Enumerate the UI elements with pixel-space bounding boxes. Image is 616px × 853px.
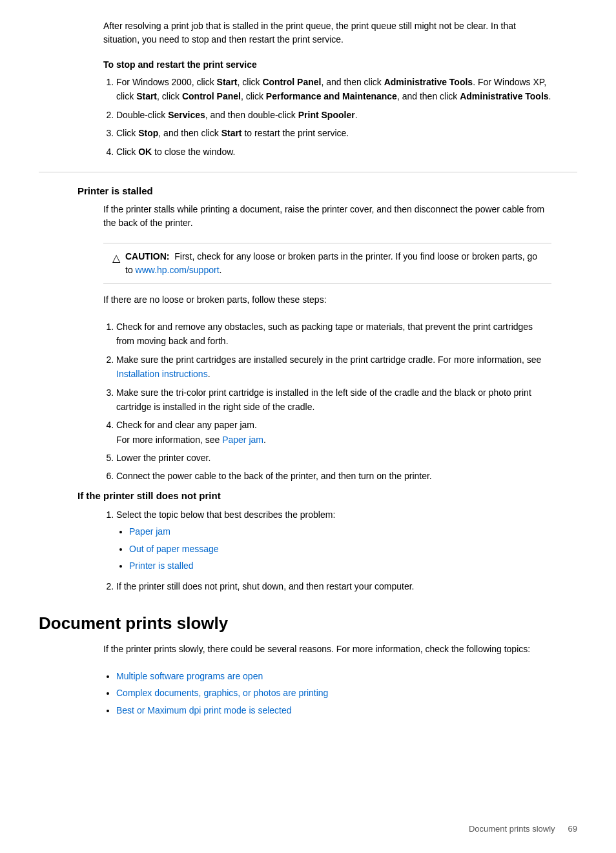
document-prints-slowly-intro: If the printer prints slowly, there coul…: [103, 642, 551, 656]
slow-link-item-1: Multiple software programs are open: [116, 669, 551, 683]
if-printer-does-not-print-title: If the printer still does not print: [77, 490, 551, 501]
paper-jam-link-1[interactable]: Paper jam: [222, 435, 263, 445]
caution-period: .: [220, 265, 222, 275]
slow-link-item-2: Complex documents, graphics, or photos a…: [116, 686, 551, 700]
printer-stalled-title: Printer is stalled: [77, 185, 551, 196]
document-prints-slowly-section: Document prints slowly If the printer pr…: [39, 613, 577, 717]
slow-link-item-3: Best or Maximum dpi print mode is select…: [116, 703, 551, 717]
if-not-print-step-2: If the printer still does not print, shu…: [116, 579, 551, 593]
topic-link-item-2: Out of paper message: [129, 542, 551, 556]
if-not-print-step-1: Select the topic below that best describ…: [116, 508, 551, 573]
best-maximum-dpi-link[interactable]: Best or Maximum dpi print mode is select…: [116, 705, 292, 715]
step-4: Click OK to close the window.: [116, 145, 551, 159]
stalled-step-4: Check for and clear any paper jam. For m…: [116, 418, 551, 447]
if-not-print-steps: Select the topic below that best describ…: [116, 508, 551, 594]
topic-links-list: Paper jam Out of paper message Printer i…: [129, 524, 551, 573]
paper-jam-link-2[interactable]: Paper jam: [129, 526, 170, 537]
printer-stalled-intro: If the printer stalls while printing a d…: [103, 203, 551, 230]
stop-restart-heading: To stop and restart the print service: [103, 59, 551, 70]
out-of-paper-link[interactable]: Out of paper message: [129, 544, 219, 554]
document-prints-slowly-body: If the printer prints slowly, there coul…: [103, 642, 551, 717]
caution-text: CAUTION: First, check for any loose or b…: [125, 250, 542, 277]
stalled-step-2: Make sure the print cartridges are insta…: [116, 353, 551, 382]
page-footer: Document prints slowly 69: [469, 824, 577, 834]
stalled-step-1: Check for and remove any obstacles, such…: [116, 320, 551, 349]
installation-instructions-link[interactable]: Installation instructions: [116, 369, 208, 379]
caution-icon: △: [112, 251, 120, 266]
printer-stalled-section: Printer is stalled If the printer stalls…: [39, 185, 577, 484]
intro-section: After resolving a print job that is stal…: [103, 19, 551, 159]
if-not-print-step-1-text: Select the topic below that best describ…: [116, 509, 335, 520]
step-1: For Windows 2000, click Start, click Con…: [116, 75, 551, 104]
footer-section-label: Document prints slowly: [469, 824, 555, 834]
printer-stalled-steps: Check for and remove any obstacles, such…: [116, 320, 551, 484]
if-printer-does-not-print-section: If the printer still does not print Sele…: [39, 490, 577, 594]
document-prints-slowly-title: Document prints slowly: [39, 613, 577, 633]
document-prints-slowly-links: Multiple software programs are open Comp…: [116, 669, 551, 717]
stalled-step-6: Connect the power cable to the back of t…: [116, 469, 551, 483]
footer-page-number: 69: [568, 824, 577, 834]
topic-link-item-1: Paper jam: [129, 524, 551, 539]
caution-label: CAUTION:: [125, 251, 169, 262]
stop-restart-steps: For Windows 2000, click Start, click Con…: [116, 75, 551, 159]
multiple-software-link[interactable]: Multiple software programs are open: [116, 671, 263, 681]
step-3: Click Stop, and then click Start to rest…: [116, 126, 551, 140]
caution-box: △ CAUTION: First, check for any loose or…: [103, 243, 551, 284]
if-printer-does-not-print-body: Select the topic below that best describ…: [103, 508, 551, 594]
divider-1: [39, 172, 577, 172]
complex-documents-link[interactable]: Complex documents, graphics, or photos a…: [116, 688, 328, 698]
caution-link[interactable]: www.hp.com/support: [136, 265, 220, 275]
stalled-step-5: Lower the printer cover.: [116, 451, 551, 465]
follow-steps-text: If there are no loose or broken parts, f…: [103, 293, 551, 307]
intro-paragraph: After resolving a print job that is stal…: [103, 19, 551, 46]
page: After resolving a print job that is stal…: [0, 0, 616, 853]
step-2: Double-click Services, and then double-c…: [116, 108, 551, 122]
topic-link-item-3: Printer is stalled: [129, 559, 551, 573]
printer-stalled-body: If the printer stalls while printing a d…: [103, 203, 551, 484]
printer-is-stalled-link[interactable]: Printer is stalled: [129, 560, 194, 571]
stalled-step-3: Make sure the tri-color print cartridge …: [116, 385, 551, 415]
